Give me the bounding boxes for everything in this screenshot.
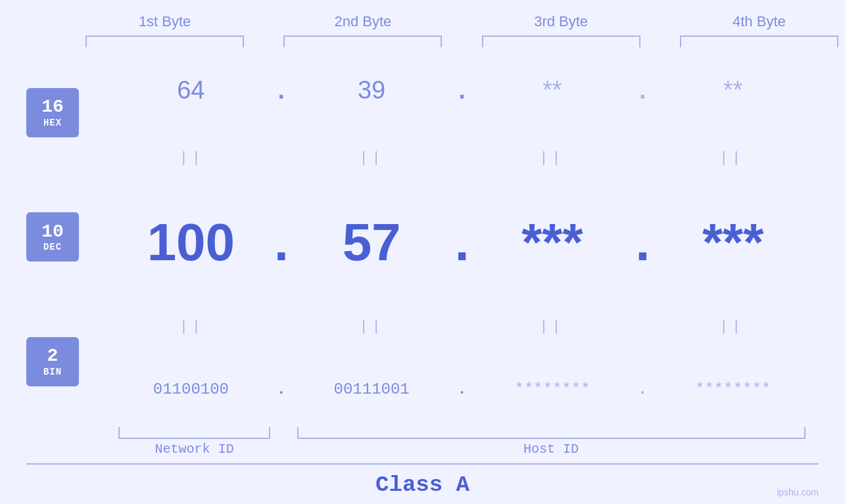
hex-row: 64 . 39 . ** . ** <box>105 76 819 104</box>
label-row: Network ID Host ID <box>105 442 819 457</box>
equals-row-1: || || || || <box>105 150 819 166</box>
dec-b2-cell: 57 <box>286 212 458 273</box>
eq2-b1: || <box>105 319 279 335</box>
eq1-b1: || <box>105 150 279 166</box>
dec-b4-value: *** <box>702 212 763 273</box>
eq2-b3: || <box>466 319 639 335</box>
hex-b4-cell: ** <box>647 76 819 104</box>
dec-row: 100 . 57 . *** . *** <box>105 212 819 273</box>
byte3-label: 3rd Byte <box>534 13 588 30</box>
hex-badge-number: 16 <box>41 97 64 118</box>
dec-b2-value: 57 <box>343 212 401 273</box>
class-footer: Class A ipshu.com <box>26 463 819 497</box>
byte4-col: 4th Byte <box>660 13 845 47</box>
hex-badge-label: HEX <box>43 118 62 128</box>
rows-area: 64 . 39 . ** . ** || || <box>105 47 819 427</box>
hex-b1-value: 64 <box>177 76 205 104</box>
hex-dot1: . <box>278 76 285 104</box>
bin-b3-value: ******** <box>514 380 590 398</box>
bin-b2-cell: 00111001 <box>286 380 458 398</box>
hex-b2-value: 39 <box>358 76 385 104</box>
dec-b3-value: *** <box>521 212 583 273</box>
bin-badge-number: 2 <box>47 346 59 367</box>
byte1-label: 1st Byte <box>139 13 191 30</box>
byte1-col: 1st Byte <box>66 13 264 47</box>
byte3-col: 3rd Byte <box>462 13 660 47</box>
byte4-bracket-top <box>680 35 838 47</box>
dec-badge-label: DEC <box>43 242 62 252</box>
hex-dot3: . <box>639 76 646 104</box>
equals-row-2: || || || || <box>105 319 819 335</box>
byte2-label: 2nd Byte <box>334 13 391 30</box>
hex-b4-value: ** <box>723 76 743 104</box>
dec-b1-value: 100 <box>147 212 235 273</box>
byte4-label: 4th Byte <box>733 13 786 30</box>
bottom-section: Network ID Host ID <box>26 427 819 457</box>
hex-b1-cell: 64 <box>105 76 277 104</box>
dec-dot3: . <box>639 212 646 273</box>
bin-dot3: . <box>639 380 646 398</box>
host-bracket-wrap <box>283 427 819 439</box>
hex-b3-value: ** <box>543 76 562 104</box>
bracket-row <box>105 427 819 439</box>
network-id-bracket <box>118 427 270 439</box>
bin-b1-cell: 01100100 <box>105 380 277 398</box>
eq2-b4: || <box>645 319 819 335</box>
dec-b3-cell: *** <box>467 212 639 273</box>
byte-headers: 1st Byte 2nd Byte 3rd Byte 4th Byte <box>66 13 845 47</box>
badges-col: 16 HEX 10 DEC 2 BIN <box>26 47 105 427</box>
hex-b3-cell: ** <box>467 76 639 104</box>
dec-dot1: . <box>278 212 285 273</box>
network-id-label: Network ID <box>105 442 283 457</box>
byte3-bracket-top <box>482 35 640 47</box>
main-content: 16 HEX 10 DEC 2 BIN 64 . 39 <box>26 47 819 427</box>
bin-b4-cell: ******** <box>647 380 819 398</box>
bin-b1-value: 01100100 <box>153 380 229 398</box>
dec-badge: 10 DEC <box>26 212 79 262</box>
hex-badge: 16 HEX <box>26 88 79 137</box>
eq1-b2: || <box>285 150 459 166</box>
eq1-b3: || <box>466 150 639 166</box>
bin-dot2: . <box>459 380 466 398</box>
bin-badge: 2 BIN <box>26 337 79 386</box>
watermark: ipshu.com <box>777 487 819 497</box>
bin-b2-value: 00111001 <box>334 380 410 398</box>
byte2-col: 2nd Byte <box>264 13 462 47</box>
dec-dot2: . <box>459 212 466 273</box>
dec-badge-number: 10 <box>41 222 64 242</box>
host-id-label: Host ID <box>283 442 819 457</box>
hex-dot2: . <box>459 76 466 104</box>
bin-dot1: . <box>278 380 285 398</box>
network-bracket-wrap <box>105 427 283 439</box>
bin-b3-cell: ******** <box>467 380 639 398</box>
dec-b1-cell: 100 <box>105 212 277 273</box>
bin-b4-value: ******** <box>695 380 771 398</box>
eq1-b4: || <box>645 150 819 166</box>
bin-badge-label: BIN <box>43 367 62 377</box>
byte2-bracket-top <box>283 35 442 47</box>
byte1-bracket-top <box>85 35 244 47</box>
class-label: Class A <box>375 472 470 497</box>
bin-row: 01100100 . 00111001 . ******** . *******… <box>105 380 819 398</box>
host-id-bracket <box>297 427 806 439</box>
hex-b2-cell: 39 <box>286 76 458 104</box>
dec-b4-cell: *** <box>647 212 819 273</box>
eq2-b2: || <box>285 319 459 335</box>
